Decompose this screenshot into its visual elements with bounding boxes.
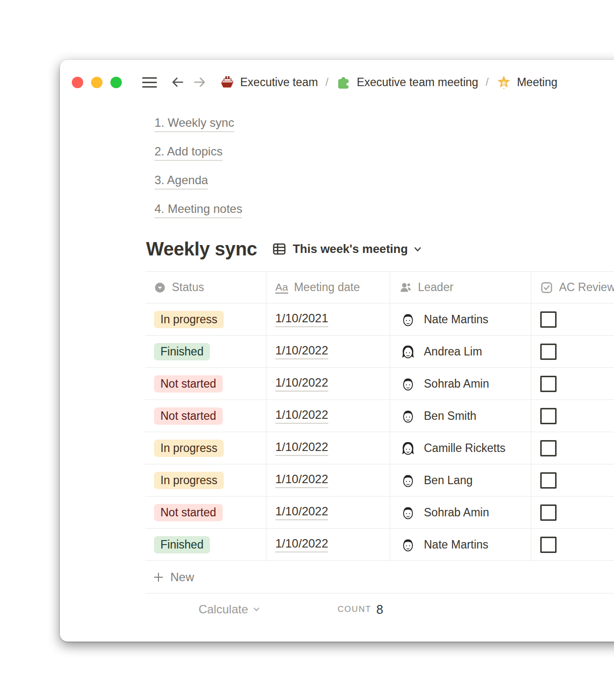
ac-reviewed-checkbox[interactable] [540, 440, 557, 456]
ac-reviewed-cell [531, 303, 614, 335]
meeting-date-link[interactable]: 1/10/2022 [275, 440, 328, 456]
meeting-date-link[interactable]: 1/10/2022 [275, 408, 328, 424]
status-badge[interactable]: Finished [154, 343, 210, 360]
meeting-date-link[interactable]: 1/10/2022 [275, 537, 328, 552]
meeting-date-cell: 1/10/2022 [266, 400, 390, 432]
avatar [399, 471, 417, 489]
status-badge[interactable]: Not started [154, 407, 223, 425]
ac-reviewed-checkbox[interactable] [540, 504, 557, 521]
ac-reviewed-checkbox[interactable] [540, 376, 557, 392]
leader-name: Nate Martins [424, 313, 488, 326]
table-row: Finished 1/10/2022 Nate Martins [145, 529, 614, 561]
status-cell: Not started [145, 400, 266, 432]
new-row-button[interactable]: New [145, 561, 614, 594]
meeting-date-link[interactable]: 1/10/2022 [275, 344, 328, 359]
toc-link-meeting-notes[interactable]: 4. Meeting notes [154, 202, 242, 218]
meeting-date-cell: 1/10/2022 [266, 464, 390, 496]
leader-name: Sohrab Amin [424, 377, 489, 391]
status-badge[interactable]: In progress [154, 440, 224, 457]
ac-reviewed-checkbox[interactable] [540, 408, 557, 424]
toc-link-add-topics[interactable]: 2. Add topics [154, 145, 222, 161]
meeting-date-link[interactable]: 1/10/2022 [275, 376, 328, 392]
leader-cell[interactable]: Nate Martins [390, 529, 531, 560]
status-badge[interactable]: In progress [154, 311, 224, 328]
ac-reviewed-cell [531, 529, 614, 560]
breadcrumb-label: Meeting [517, 76, 558, 89]
table-header-row: Status Aa Meeting date Leader [145, 271, 614, 303]
count-aggregate[interactable]: COUNT 8 [266, 602, 390, 617]
toc-link-weekly-sync[interactable]: 1. Weekly sync [154, 116, 234, 132]
back-arrow-icon[interactable] [170, 75, 185, 90]
status-badge[interactable]: Not started [154, 375, 223, 393]
table-row: Not started 1/10/2022 Sohrab Amin [145, 368, 614, 400]
breadcrumb-label: Executive team [240, 76, 318, 89]
meeting-date-link[interactable]: 1/10/2021 [275, 311, 328, 327]
view-name: This week's meeting [293, 242, 408, 256]
meeting-date-link[interactable]: 1/10/2022 [275, 504, 328, 520]
text-type-icon: Aa [275, 282, 288, 294]
section-head: Weekly sync This week's meeting [146, 236, 422, 262]
leader-cell[interactable]: Sohrab Amin [390, 368, 531, 400]
calculate-label: Calculate [199, 602, 248, 616]
close-button[interactable] [72, 77, 83, 88]
ac-reviewed-checkbox[interactable] [540, 472, 557, 489]
breadcrumb: Executive team / Executive team meeting … [219, 75, 558, 90]
leader-cell[interactable]: Sohrab Amin [390, 497, 531, 528]
table-row: Finished 1/10/2022 Andrea Lim [145, 336, 614, 368]
status-cell: Not started [145, 497, 266, 528]
avatar [399, 343, 417, 360]
zoom-button[interactable] [110, 77, 122, 88]
toc-item: 2. Add topics [154, 138, 242, 167]
minimize-button[interactable] [91, 77, 102, 88]
breadcrumb-label: Executive team meeting [357, 76, 478, 89]
status-cell: In progress [145, 464, 266, 496]
avatar [399, 536, 417, 553]
status-badge[interactable]: Not started [154, 504, 223, 521]
toc-link-agenda[interactable]: 3. Agenda [154, 173, 208, 190]
view-tab-this-weeks-meeting[interactable]: This week's meeting [272, 242, 422, 256]
meeting-date-link[interactable]: 1/10/2022 [275, 472, 328, 488]
notion-window: Executive team / Executive team meeting … [60, 60, 614, 642]
ac-reviewed-checkbox[interactable] [540, 311, 557, 328]
leader-name: Andrea Lim [424, 345, 482, 358]
toc-item: 3. Agenda [154, 167, 242, 196]
breadcrumb-meeting[interactable]: Meeting [496, 75, 558, 90]
status-badge[interactable]: In progress [154, 472, 224, 489]
ac-reviewed-checkbox[interactable] [540, 344, 557, 360]
calculate-button[interactable]: Calculate [145, 602, 266, 616]
titlebar: Executive team / Executive team meeting … [72, 71, 558, 94]
status-cell: Not started [145, 368, 266, 400]
status-cell: Finished [145, 529, 266, 560]
status-type-icon [154, 282, 166, 294]
forward-arrow-icon[interactable] [193, 75, 207, 90]
ac-reviewed-cell [531, 432, 614, 464]
column-header-ac-reviewed[interactable]: AC Reviewed [531, 272, 614, 303]
ac-reviewed-cell [531, 464, 614, 496]
hamburger-menu-icon[interactable] [142, 77, 157, 88]
column-label: Status [172, 281, 204, 294]
breadcrumb-executive-team-meeting[interactable]: Executive team meeting [336, 75, 478, 90]
leader-name: Sohrab Amin [424, 506, 489, 519]
leader-cell[interactable]: Nate Martins [390, 303, 531, 335]
ac-reviewed-cell [531, 497, 614, 528]
ship-icon [219, 75, 235, 90]
leader-name: Camille Ricketts [424, 442, 506, 455]
column-label: AC Reviewed [559, 281, 614, 294]
ac-reviewed-checkbox[interactable] [540, 537, 557, 553]
leader-cell[interactable]: Andrea Lim [390, 336, 531, 367]
leader-cell[interactable]: Ben Smith [390, 400, 531, 432]
column-header-status[interactable]: Status [145, 272, 266, 303]
leader-cell[interactable]: Ben Lang [390, 464, 531, 496]
leader-cell[interactable]: Camille Ricketts [390, 432, 531, 464]
count-label: COUNT [338, 604, 371, 614]
glowing-star-icon [496, 75, 512, 90]
column-header-leader[interactable]: Leader [390, 272, 531, 303]
status-badge[interactable]: Finished [154, 536, 210, 553]
toc-item: 1. Weekly sync [154, 109, 242, 138]
table-footer: Calculate COUNT 8 [145, 594, 614, 625]
person-type-icon [399, 281, 412, 294]
table-row: Not started 1/10/2022 Ben Smith [145, 400, 614, 432]
breadcrumb-executive-team[interactable]: Executive team [219, 75, 318, 90]
column-header-meeting-date[interactable]: Aa Meeting date [266, 272, 390, 303]
chevron-down-icon [413, 245, 422, 254]
